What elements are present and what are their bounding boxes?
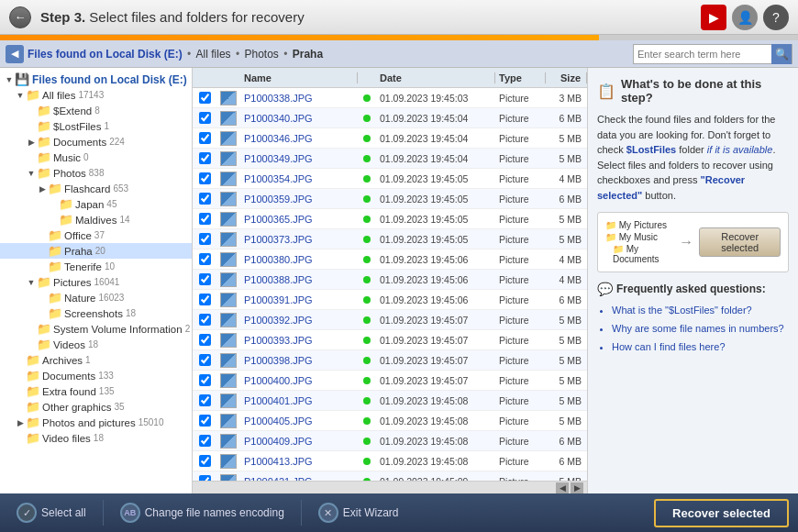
breadcrumb-root[interactable]: Files found on Local Disk (E:) [28, 48, 183, 61]
file-type-cell: Picture [495, 456, 546, 467]
sidebar-item-videofiles[interactable]: 📁Video files18 [0, 430, 192, 446]
change-encoding-button[interactable]: AB Change file names encoding [113, 499, 292, 526]
sidebar-item-music[interactable]: 📁Music0 [0, 150, 192, 165]
file-name[interactable]: P1000338.JPG [244, 93, 313, 104]
file-name[interactable]: P1000391.JPG [244, 294, 313, 305]
sidebar-item-documents2[interactable]: 📁Documents133 [0, 368, 192, 383]
sidebar-item-office[interactable]: 📁Office37 [0, 227, 192, 243]
file-checkbox[interactable] [199, 132, 211, 144]
file-name[interactable]: P1000359.JPG [244, 194, 313, 205]
breadcrumb-nav-button[interactable]: ◀ [6, 45, 24, 63]
sidebar-item-photospictures[interactable]: ▶📁Photos and pictures15010 [0, 415, 192, 430]
file-checkbox[interactable] [199, 233, 211, 245]
thumbnail-image [220, 333, 237, 348]
folder-icon: 📁 [37, 275, 51, 289]
file-date-cell: 01.09.2023 19:45:05 [376, 194, 495, 205]
sidebar-item-flashcard[interactable]: ▶📁Flashcard653 [0, 181, 192, 196]
exit-wizard-button[interactable]: ✕ Exit Wizard [311, 499, 406, 526]
sidebar-item-othergfx[interactable]: 📁Other graphics35 [0, 399, 192, 415]
file-name[interactable]: P1000365.JPG [244, 214, 313, 225]
file-checkbox[interactable] [199, 455, 211, 467]
file-name[interactable]: P1000405.JPG [244, 416, 313, 427]
faq-item-1[interactable]: What is the "$LostFiles" folder? [612, 302, 789, 320]
file-name[interactable]: P1000349.JPG [244, 153, 313, 164]
sidebar-item-root[interactable]: ▼💾Files found on Local Disk (E:) [0, 72, 192, 87]
tree-count: 653 [114, 183, 129, 194]
file-checkbox[interactable] [199, 152, 211, 164]
help-button[interactable]: ? [763, 5, 789, 30]
sidebar-item-allfiles[interactable]: ▼📁All files17143 [0, 87, 192, 103]
file-checkbox[interactable] [199, 354, 211, 366]
file-checkbox[interactable] [199, 394, 211, 406]
change-encoding-label: Change file names encoding [145, 506, 284, 519]
file-name[interactable]: P1000413.JPG [244, 456, 313, 467]
file-name[interactable]: P1000373.JPG [244, 234, 313, 245]
file-checkbox[interactable] [199, 92, 211, 104]
sidebar-item-pictures[interactable]: ▼📁Pictures16041 [0, 274, 192, 290]
file-name[interactable]: P1000346.JPG [244, 133, 313, 144]
recover-selected-button[interactable]: Recover selected [654, 499, 789, 527]
file-name[interactable]: P1000388.JPG [244, 274, 313, 285]
file-size: 6 MB [559, 456, 582, 467]
user-button[interactable]: 👤 [732, 5, 758, 30]
faq-item-3[interactable]: How can I find files here? [612, 338, 789, 357]
file-checkbox[interactable] [199, 294, 211, 305]
scroll-right-button[interactable]: ▶ [571, 482, 583, 493]
file-name[interactable]: P1000354.JPG [244, 173, 313, 184]
file-type-cell: Picture [495, 335, 546, 346]
sidebar-item-videos[interactable]: 📁Videos18 [0, 337, 192, 352]
file-date-cell: 01.09.2023 19:45:04 [376, 133, 495, 144]
sidebar-item-photos[interactable]: ▼📁Photos838 [0, 165, 192, 181]
file-name-cell: P1000346.JPG [240, 133, 358, 144]
file-checkbox[interactable] [199, 112, 211, 124]
youtube-button[interactable]: ▶ [701, 5, 726, 30]
sidebar-item-documents-root[interactable]: ▶📁Documents224 [0, 134, 192, 150]
sidebar-item-slostfiles[interactable]: 📁$LostFiles1 [0, 118, 192, 134]
sidebar-item-nature[interactable]: 📁Nature16023 [0, 290, 192, 305]
file-name[interactable]: P1000409.JPG [244, 436, 313, 447]
back-button[interactable]: ← [9, 6, 31, 28]
breadcrumb-photos[interactable]: Photos [244, 48, 278, 61]
file-name[interactable]: P1000401.JPG [244, 395, 313, 406]
file-name[interactable]: P1000392.JPG [244, 315, 313, 326]
file-name[interactable]: P1000340.JPG [244, 113, 313, 124]
sidebar-item-archives[interactable]: 📁Archives1 [0, 352, 192, 368]
file-checkbox[interactable] [199, 193, 211, 205]
search-input[interactable] [634, 49, 771, 60]
tree-count: 18 [126, 308, 136, 318]
sidebar-item-screenshots[interactable]: 📁Screenshots18 [0, 305, 192, 321]
file-name[interactable]: P1000380.JPG [244, 254, 313, 265]
file-checkbox[interactable] [199, 435, 211, 447]
scroll-left-button[interactable]: ◀ [556, 482, 569, 493]
demo-recover-button[interactable]: Recover selected [699, 227, 781, 257]
sidebar-item-japan[interactable]: 📁Japan45 [0, 196, 192, 212]
file-checkbox[interactable] [199, 415, 211, 427]
search-button[interactable]: 🔍 [771, 44, 792, 64]
sidebar-item-extend[interactable]: 📁$Extend8 [0, 103, 192, 118]
file-checkbox[interactable] [199, 172, 211, 184]
file-checkbox[interactable] [199, 374, 211, 386]
select-all-button[interactable]: ✓ Select all [9, 499, 94, 526]
file-checkbox[interactable] [199, 314, 211, 326]
file-list-scroll[interactable]: P1000338.JPG 01.09.2023 19:45:03 Picture… [193, 88, 587, 481]
faq-item-2[interactable]: Why are some file names in numbers? [612, 320, 789, 338]
tree-label: Video files [42, 433, 91, 444]
file-name[interactable]: P1000393.JPG [244, 335, 313, 346]
breadcrumb-allfiles[interactable]: All files [196, 48, 231, 61]
file-checkbox[interactable] [199, 334, 211, 346]
file-size: 5 MB [559, 416, 582, 427]
file-status-cell [358, 395, 376, 406]
file-checkbox[interactable] [199, 253, 211, 265]
sidebar-item-extrafound[interactable]: 📁Extra found135 [0, 383, 192, 399]
file-date-cell: 01.09.2023 19:45:08 [376, 395, 495, 406]
file-name[interactable]: P1000398.JPG [244, 355, 313, 366]
sidebar-item-maldives[interactable]: 📁Maldives14 [0, 212, 192, 227]
breadcrumb-praha[interactable]: Praha [293, 48, 323, 61]
file-name[interactable]: P1000400.JPG [244, 375, 313, 386]
file-checkbox-cell [193, 253, 216, 265]
sidebar-item-praha[interactable]: 📁Praha20 [0, 243, 192, 259]
sidebar-item-sysvolinfo[interactable]: 📁System Volume Information2 [0, 321, 192, 337]
sidebar-item-tenerife[interactable]: 📁Tenerife10 [0, 259, 192, 274]
file-checkbox[interactable] [199, 213, 211, 225]
file-checkbox[interactable] [199, 273, 211, 285]
